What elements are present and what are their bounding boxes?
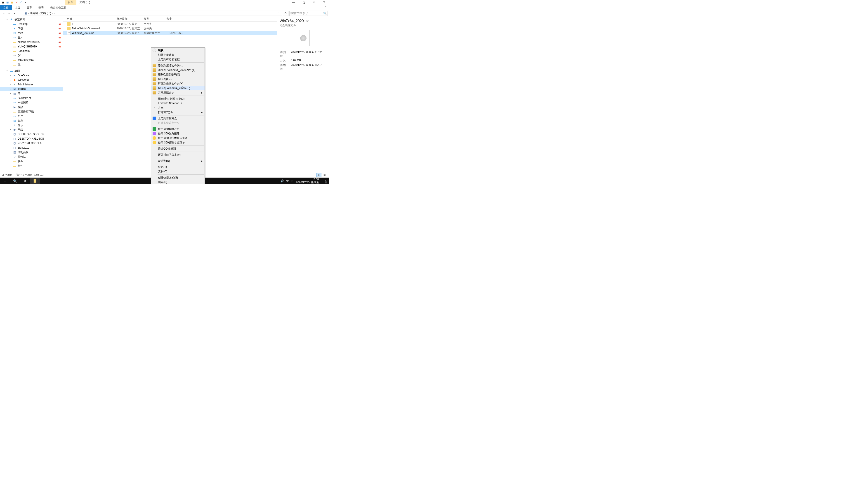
expand-icon[interactable]: ▸ [9, 84, 11, 86]
tree-item[interactable]: PC-20190530OBLA [0, 141, 63, 145]
ime-indicator[interactable]: 中 [286, 179, 289, 183]
action-center-button[interactable]: ▢ [321, 177, 328, 184]
view-large-icons-button[interactable]: ▦ [322, 173, 327, 177]
breadcrumb[interactable]: 此电脑 [30, 11, 39, 15]
breadcrumb[interactable]: 文档 (E:) [40, 11, 53, 15]
tree-item[interactable]: 图片📌 [0, 35, 63, 40]
tab-主页[interactable]: 主页 [12, 5, 24, 10]
menu-item[interactable]: 用360压缩打开(Q) [151, 72, 205, 77]
volume-icon[interactable]: 🔊 [281, 180, 284, 183]
file-list-pane[interactable]: 名称 修改日期 类型 大小 12020/12/15, 星期二 1...文件夹Ba… [63, 16, 277, 172]
menu-item[interactable]: 使用 360解除占用 [151, 127, 205, 131]
breadcrumb-final-chevron[interactable]: › [54, 12, 55, 15]
menu-item[interactable]: 剪切(T) [151, 165, 205, 169]
tree-item[interactable]: win7重装win7 [0, 58, 63, 62]
expand-icon[interactable]: ▾ [9, 92, 11, 95]
col-size[interactable]: 大小 [166, 17, 184, 21]
expand-icon[interactable]: ▸ [9, 79, 11, 81]
maximize-button[interactable]: ▢ [299, 0, 309, 5]
menu-item[interactable]: 其他压缩命令▶ [151, 90, 205, 95]
menu-item[interactable]: 使用 360进行木马云查杀 [151, 136, 205, 140]
tree-item[interactable]: G:\ [0, 53, 63, 58]
nav-up-button[interactable]: ↑ [18, 12, 22, 15]
minimize-button[interactable]: — [288, 0, 299, 5]
clock[interactable]: 16:32 2020/12/25, 星期五 [296, 178, 319, 184]
column-headers[interactable]: 名称 修改日期 类型 大小 [63, 16, 277, 22]
tree-item[interactable]: 回收站 [0, 155, 63, 159]
menu-item[interactable]: 添加到压缩文件(A)... [151, 63, 205, 68]
menu-item[interactable]: 解压到当前文件夹(X) [151, 81, 205, 86]
menu-item[interactable]: 解压到 Win7x64_2020\ (E) [151, 86, 205, 90]
expand-icon[interactable]: ▾ [9, 129, 11, 131]
tree-item[interactable]: 天翼云盘下载 [0, 109, 63, 114]
security-icon[interactable]: ⚐ [291, 180, 293, 183]
qat-dropdown-icon[interactable]: ▾ [24, 1, 27, 4]
tree-item[interactable]: 控制面板 [0, 150, 63, 155]
menu-item[interactable]: 用 蜂蜜浏览器 浏览(3) [151, 96, 205, 101]
breadcrumb-root-chevron[interactable]: › [28, 12, 29, 15]
view-details-button[interactable]: ≡ [316, 173, 321, 177]
tree-item[interactable]: 图片 [0, 62, 63, 67]
tree-item[interactable]: 文档 [0, 119, 63, 123]
qat-properties-icon[interactable]: ▤ [6, 1, 9, 4]
search-input[interactable]: 搜索"文档 (E:)" 🔍 [289, 11, 328, 16]
menu-item[interactable]: Edit with Notepad++ [151, 101, 205, 105]
tree-item[interactable]: 文档📌 [0, 31, 63, 35]
tree-item[interactable]: ▸Administrator [0, 82, 63, 87]
tree-item[interactable]: ▾库 [0, 91, 63, 96]
tree-item[interactable]: ▸OneDrive [0, 73, 63, 78]
help-button[interactable]: ? [319, 0, 329, 5]
expand-icon[interactable]: ▸ [9, 88, 11, 90]
tab-disc-image-tools[interactable]: 光盘映像工具 [47, 5, 70, 10]
tree-item[interactable]: YUNQISHI2019📌 [0, 44, 63, 49]
start-button[interactable]: ⊞ [0, 177, 10, 184]
file-row[interactable]: 12020/12/15, 星期二 1...文件夹 [63, 22, 277, 26]
tree-item[interactable]: excel表格制作求和📌 [0, 40, 63, 44]
file-row[interactable]: BaiduNetdiskDownload2020/12/25, 星期五 1...… [63, 26, 277, 31]
navigation-pane[interactable]: ▾快速访问Desktop📌下载📌文档📌图片📌excel表格制作求和📌YUNQIS… [0, 16, 63, 172]
qat-new-folder-icon[interactable]: ▤ [10, 1, 13, 4]
menu-item[interactable]: 删除(D) [151, 180, 205, 184]
qat-undo-icon[interactable]: ⟲ [20, 1, 23, 4]
menu-item[interactable]: 解压到(F)... [151, 77, 205, 81]
menu-item[interactable]: 装载 [151, 48, 205, 53]
system-tray[interactable]: ˄ 🔊 中 ⚐ 16:32 2020/12/25, 星期五 ▢ [277, 177, 329, 184]
expand-icon[interactable]: ▸ [9, 74, 11, 76]
menu-item[interactable]: 发送到(N)▶ [151, 159, 205, 163]
file-row[interactable]: Win7x64_2020.iso2020/12/25, 星期五 1...光盘映像… [63, 31, 277, 35]
tree-item[interactable]: Bandicam [0, 49, 63, 53]
close-button[interactable]: ✕ [309, 0, 319, 5]
menu-item[interactable]: 打开方式(H)▶ [151, 110, 205, 115]
nav-back-button[interactable]: ← [1, 12, 6, 15]
tree-item[interactable]: ▸此电脑 [0, 87, 63, 91]
col-type[interactable]: 类型 [144, 17, 166, 21]
tree-item[interactable]: 下载📌 [0, 26, 63, 31]
tree-item[interactable]: DESKTOP-LSSOEDP [0, 132, 63, 136]
taskbar-explorer-button[interactable]: ▇ [30, 177, 40, 184]
tab-file[interactable]: 文件 [0, 5, 12, 10]
address-bar[interactable]: ▣ › 此电脑文档 (E:) › ˅ [23, 11, 282, 16]
tree-item[interactable]: ▾快速访问 [0, 17, 63, 22]
tree-item[interactable]: 图片 [0, 114, 63, 119]
context-menu[interactable]: 装载刻录光盘映像上传到有道云笔记添加到压缩文件(A)...添加到 "Win7x6… [151, 47, 205, 184]
menu-item[interactable]: 复制(C) [151, 169, 205, 174]
expand-icon[interactable]: ▾ [6, 70, 8, 72]
tree-item[interactable]: 视频 [0, 105, 63, 109]
tree-item[interactable]: 文件 [0, 164, 63, 168]
tree-item[interactable]: 保存的图片 [0, 96, 63, 100]
task-view-button[interactable]: ⧉ [20, 177, 30, 184]
col-name[interactable]: 名称 [67, 17, 117, 21]
tree-item[interactable]: ▾桌面 [0, 69, 63, 73]
menu-item[interactable]: 创建快捷方式(S) [151, 175, 205, 180]
tree-item[interactable]: DESKTOP-NJEU3CG [0, 136, 63, 141]
tree-item[interactable]: ▸WPS网盘 [0, 78, 63, 82]
tray-overflow-icon[interactable]: ˄ [277, 180, 278, 183]
menu-item[interactable]: 使用 360强力删除 [151, 131, 205, 136]
tab-查看[interactable]: 查看 [35, 5, 47, 10]
tree-item[interactable]: ▾网络 [0, 127, 63, 132]
tree-item[interactable]: 音乐 [0, 123, 63, 127]
tree-item[interactable]: 本机照片 [0, 100, 63, 105]
menu-item[interactable]: 共享 [151, 105, 205, 110]
menu-item[interactable]: 刻录光盘映像 [151, 53, 205, 57]
nav-history-dropdown[interactable]: ▾ [12, 12, 17, 14]
